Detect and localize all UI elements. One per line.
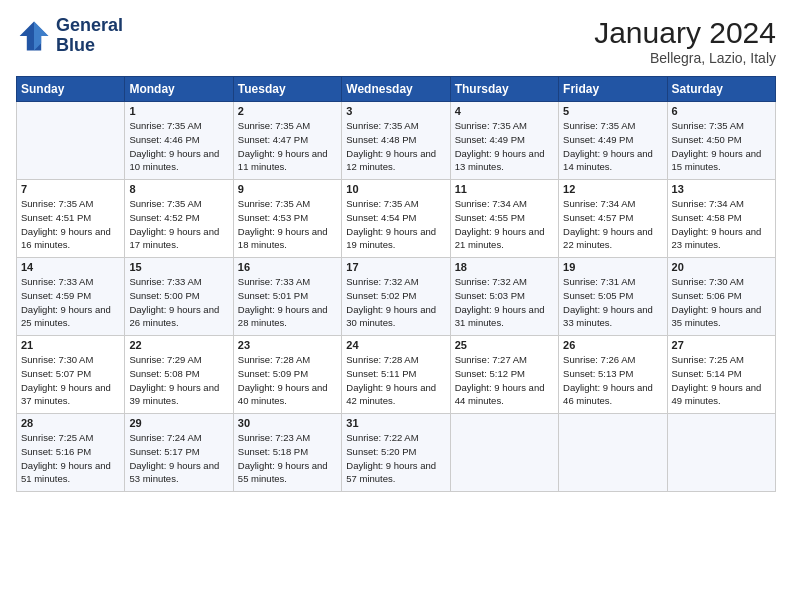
day-number: 29 bbox=[129, 417, 228, 429]
sunrise-text: Sunrise: 7:30 AM bbox=[21, 354, 93, 365]
day-info: Sunrise: 7:30 AM Sunset: 5:07 PM Dayligh… bbox=[21, 353, 120, 408]
sunset-text: Sunset: 5:05 PM bbox=[563, 290, 633, 301]
sunrise-text: Sunrise: 7:25 AM bbox=[21, 432, 93, 443]
cell-w4-d1: 29 Sunrise: 7:24 AM Sunset: 5:17 PM Dayl… bbox=[125, 414, 233, 492]
day-info: Sunrise: 7:27 AM Sunset: 5:12 PM Dayligh… bbox=[455, 353, 554, 408]
daylight-text: Daylight: 9 hours and 10 minutes. bbox=[129, 148, 219, 173]
sunrise-text: Sunrise: 7:33 AM bbox=[129, 276, 201, 287]
daylight-text: Daylight: 9 hours and 35 minutes. bbox=[672, 304, 762, 329]
sunset-text: Sunset: 5:14 PM bbox=[672, 368, 742, 379]
cell-w4-d3: 31 Sunrise: 7:22 AM Sunset: 5:20 PM Dayl… bbox=[342, 414, 450, 492]
day-info: Sunrise: 7:35 AM Sunset: 4:48 PM Dayligh… bbox=[346, 119, 445, 174]
sunset-text: Sunset: 4:59 PM bbox=[21, 290, 91, 301]
daylight-text: Daylight: 9 hours and 23 minutes. bbox=[672, 226, 762, 251]
sunrise-text: Sunrise: 7:34 AM bbox=[672, 198, 744, 209]
day-number: 25 bbox=[455, 339, 554, 351]
cell-w0-d4: 4 Sunrise: 7:35 AM Sunset: 4:49 PM Dayli… bbox=[450, 102, 558, 180]
sunset-text: Sunset: 4:49 PM bbox=[455, 134, 525, 145]
cell-w1-d3: 10 Sunrise: 7:35 AM Sunset: 4:54 PM Dayl… bbox=[342, 180, 450, 258]
sunrise-text: Sunrise: 7:33 AM bbox=[21, 276, 93, 287]
cell-w4-d4 bbox=[450, 414, 558, 492]
week-row-0: 1 Sunrise: 7:35 AM Sunset: 4:46 PM Dayli… bbox=[17, 102, 776, 180]
cell-w0-d3: 3 Sunrise: 7:35 AM Sunset: 4:48 PM Dayli… bbox=[342, 102, 450, 180]
sunrise-text: Sunrise: 7:35 AM bbox=[238, 198, 310, 209]
day-info: Sunrise: 7:25 AM Sunset: 5:16 PM Dayligh… bbox=[21, 431, 120, 486]
daylight-text: Daylight: 9 hours and 19 minutes. bbox=[346, 226, 436, 251]
day-info: Sunrise: 7:34 AM Sunset: 4:58 PM Dayligh… bbox=[672, 197, 771, 252]
sunrise-text: Sunrise: 7:34 AM bbox=[563, 198, 635, 209]
day-info: Sunrise: 7:32 AM Sunset: 5:03 PM Dayligh… bbox=[455, 275, 554, 330]
sunset-text: Sunset: 4:49 PM bbox=[563, 134, 633, 145]
day-number: 19 bbox=[563, 261, 662, 273]
cell-w0-d1: 1 Sunrise: 7:35 AM Sunset: 4:46 PM Dayli… bbox=[125, 102, 233, 180]
day-info: Sunrise: 7:35 AM Sunset: 4:47 PM Dayligh… bbox=[238, 119, 337, 174]
sunrise-text: Sunrise: 7:35 AM bbox=[346, 198, 418, 209]
sunset-text: Sunset: 4:54 PM bbox=[346, 212, 416, 223]
col-wednesday: Wednesday bbox=[342, 77, 450, 102]
logo-line1: General bbox=[56, 16, 123, 36]
day-number: 5 bbox=[563, 105, 662, 117]
daylight-text: Daylight: 9 hours and 33 minutes. bbox=[563, 304, 653, 329]
day-number: 3 bbox=[346, 105, 445, 117]
cell-w4-d0: 28 Sunrise: 7:25 AM Sunset: 5:16 PM Dayl… bbox=[17, 414, 125, 492]
sunset-text: Sunset: 4:57 PM bbox=[563, 212, 633, 223]
logo-icon bbox=[16, 18, 52, 54]
col-saturday: Saturday bbox=[667, 77, 775, 102]
daylight-text: Daylight: 9 hours and 25 minutes. bbox=[21, 304, 111, 329]
day-info: Sunrise: 7:35 AM Sunset: 4:50 PM Dayligh… bbox=[672, 119, 771, 174]
daylight-text: Daylight: 9 hours and 18 minutes. bbox=[238, 226, 328, 251]
daylight-text: Daylight: 9 hours and 13 minutes. bbox=[455, 148, 545, 173]
cell-w2-d6: 20 Sunrise: 7:30 AM Sunset: 5:06 PM Dayl… bbox=[667, 258, 775, 336]
day-number: 26 bbox=[563, 339, 662, 351]
daylight-text: Daylight: 9 hours and 26 minutes. bbox=[129, 304, 219, 329]
cell-w3-d5: 26 Sunrise: 7:26 AM Sunset: 5:13 PM Dayl… bbox=[559, 336, 667, 414]
day-number: 16 bbox=[238, 261, 337, 273]
daylight-text: Daylight: 9 hours and 53 minutes. bbox=[129, 460, 219, 485]
day-number: 20 bbox=[672, 261, 771, 273]
day-info: Sunrise: 7:23 AM Sunset: 5:18 PM Dayligh… bbox=[238, 431, 337, 486]
day-number: 11 bbox=[455, 183, 554, 195]
week-row-1: 7 Sunrise: 7:35 AM Sunset: 4:51 PM Dayli… bbox=[17, 180, 776, 258]
cell-w2-d0: 14 Sunrise: 7:33 AM Sunset: 4:59 PM Dayl… bbox=[17, 258, 125, 336]
day-info: Sunrise: 7:34 AM Sunset: 4:57 PM Dayligh… bbox=[563, 197, 662, 252]
day-info: Sunrise: 7:35 AM Sunset: 4:49 PM Dayligh… bbox=[563, 119, 662, 174]
daylight-text: Daylight: 9 hours and 14 minutes. bbox=[563, 148, 653, 173]
cell-w3-d2: 23 Sunrise: 7:28 AM Sunset: 5:09 PM Dayl… bbox=[233, 336, 341, 414]
daylight-text: Daylight: 9 hours and 57 minutes. bbox=[346, 460, 436, 485]
sunset-text: Sunset: 5:20 PM bbox=[346, 446, 416, 457]
sunrise-text: Sunrise: 7:35 AM bbox=[238, 120, 310, 131]
day-info: Sunrise: 7:26 AM Sunset: 5:13 PM Dayligh… bbox=[563, 353, 662, 408]
day-info: Sunrise: 7:30 AM Sunset: 5:06 PM Dayligh… bbox=[672, 275, 771, 330]
sunset-text: Sunset: 4:50 PM bbox=[672, 134, 742, 145]
sunrise-text: Sunrise: 7:35 AM bbox=[346, 120, 418, 131]
sunrise-text: Sunrise: 7:32 AM bbox=[346, 276, 418, 287]
day-info: Sunrise: 7:35 AM Sunset: 4:49 PM Dayligh… bbox=[455, 119, 554, 174]
daylight-text: Daylight: 9 hours and 44 minutes. bbox=[455, 382, 545, 407]
location: Bellegra, Lazio, Italy bbox=[594, 50, 776, 66]
sunset-text: Sunset: 5:01 PM bbox=[238, 290, 308, 301]
sunrise-text: Sunrise: 7:28 AM bbox=[238, 354, 310, 365]
sunset-text: Sunset: 5:16 PM bbox=[21, 446, 91, 457]
day-info: Sunrise: 7:25 AM Sunset: 5:14 PM Dayligh… bbox=[672, 353, 771, 408]
cell-w1-d4: 11 Sunrise: 7:34 AM Sunset: 4:55 PM Dayl… bbox=[450, 180, 558, 258]
cell-w1-d6: 13 Sunrise: 7:34 AM Sunset: 4:58 PM Dayl… bbox=[667, 180, 775, 258]
day-number: 4 bbox=[455, 105, 554, 117]
day-info: Sunrise: 7:32 AM Sunset: 5:02 PM Dayligh… bbox=[346, 275, 445, 330]
day-info: Sunrise: 7:31 AM Sunset: 5:05 PM Dayligh… bbox=[563, 275, 662, 330]
day-number: 9 bbox=[238, 183, 337, 195]
cell-w3-d4: 25 Sunrise: 7:27 AM Sunset: 5:12 PM Dayl… bbox=[450, 336, 558, 414]
day-info: Sunrise: 7:35 AM Sunset: 4:52 PM Dayligh… bbox=[129, 197, 228, 252]
week-row-3: 21 Sunrise: 7:30 AM Sunset: 5:07 PM Dayl… bbox=[17, 336, 776, 414]
sunset-text: Sunset: 5:18 PM bbox=[238, 446, 308, 457]
daylight-text: Daylight: 9 hours and 31 minutes. bbox=[455, 304, 545, 329]
title-block: January 2024 Bellegra, Lazio, Italy bbox=[594, 16, 776, 66]
day-info: Sunrise: 7:35 AM Sunset: 4:46 PM Dayligh… bbox=[129, 119, 228, 174]
sunrise-text: Sunrise: 7:31 AM bbox=[563, 276, 635, 287]
cell-w0-d6: 6 Sunrise: 7:35 AM Sunset: 4:50 PM Dayli… bbox=[667, 102, 775, 180]
daylight-text: Daylight: 9 hours and 16 minutes. bbox=[21, 226, 111, 251]
calendar-header: Sunday Monday Tuesday Wednesday Thursday… bbox=[17, 77, 776, 102]
sunrise-text: Sunrise: 7:35 AM bbox=[21, 198, 93, 209]
day-info: Sunrise: 7:28 AM Sunset: 5:11 PM Dayligh… bbox=[346, 353, 445, 408]
day-number: 14 bbox=[21, 261, 120, 273]
daylight-text: Daylight: 9 hours and 30 minutes. bbox=[346, 304, 436, 329]
